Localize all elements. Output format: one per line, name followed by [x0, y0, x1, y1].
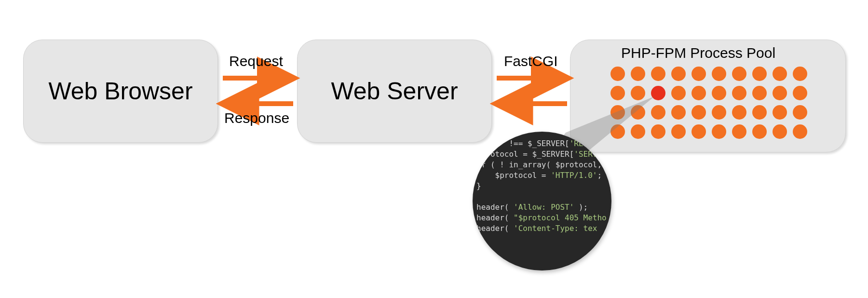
process-dot	[752, 105, 767, 120]
process-dot	[692, 86, 706, 100]
web-server-box: Web Server	[297, 40, 492, 143]
process-dot	[692, 124, 706, 139]
arrow-response	[222, 99, 294, 108]
process-dot	[752, 86, 767, 100]
web-browser-box: Web Browser	[23, 40, 218, 143]
process-dot	[773, 105, 787, 120]
diagram-canvas: Web Browser Web Server PHP-FPM Process P…	[0, 0, 868, 298]
process-dot	[712, 124, 726, 139]
process-dot	[712, 105, 726, 120]
process-dot	[732, 105, 746, 120]
web-browser-label: Web Browser	[48, 77, 192, 105]
code-snippet: 'POST' !== $_SERVER['REQU $protocol = $_…	[476, 138, 611, 234]
process-dot	[793, 105, 807, 120]
process-dot	[752, 67, 767, 81]
web-server-label: Web Server	[331, 77, 458, 105]
arrow-request	[222, 73, 294, 83]
process-dot	[793, 67, 807, 81]
process-dot	[732, 86, 746, 100]
label-response: Response	[224, 110, 289, 126]
process-dot	[712, 86, 726, 100]
process-dot	[712, 67, 726, 81]
process-dot	[752, 124, 767, 139]
process-dot	[692, 105, 706, 120]
process-dot	[732, 124, 746, 139]
label-fastcgi: FastCGI	[504, 53, 558, 69]
process-dot	[651, 67, 665, 81]
process-dot	[773, 67, 787, 81]
process-dot	[631, 67, 645, 81]
process-dot	[610, 67, 625, 81]
label-request: Request	[229, 53, 283, 69]
process-dot	[671, 67, 686, 81]
process-dot	[793, 124, 807, 139]
php-fpm-pool-title: PHP-FPM Process Pool	[621, 45, 775, 61]
process-dot	[793, 86, 807, 100]
process-dot	[732, 67, 746, 81]
code-zoom-circle: 'POST' !== $_SERVER['REQU $protocol = $_…	[473, 132, 611, 271]
process-dot	[773, 124, 787, 139]
process-pool-row	[608, 64, 810, 83]
process-dot	[773, 86, 787, 100]
arrow-fastcgi-forward	[496, 73, 568, 83]
process-dot	[692, 67, 706, 81]
